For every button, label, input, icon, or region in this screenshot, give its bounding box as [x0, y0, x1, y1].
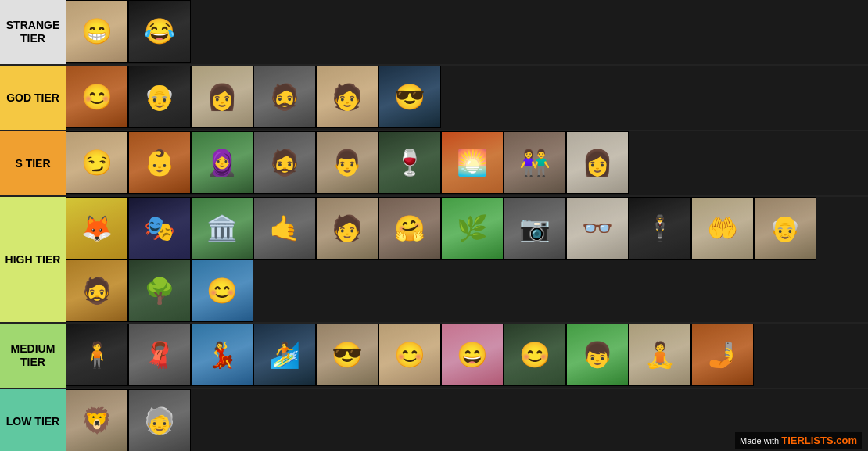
tier-image-st9[interactable]: 👩: [566, 131, 629, 194]
tier-row-god: GOD TIER😊👴👩🧔🧑😎: [0, 66, 868, 131]
tier-row-strange: STRANGE TIER😁😂: [0, 0, 868, 66]
tier-image-m11[interactable]: 🤳: [691, 324, 754, 386]
tier-image-h15[interactable]: 😊: [191, 260, 253, 322]
tier-image-g2[interactable]: 👴: [128, 66, 191, 128]
tier-image-l1[interactable]: 🦁: [66, 389, 128, 451]
tier-list-wrapper: STRANGE TIER😁😂GOD TIER😊👴👩🧔🧑😎S TIER😏👶🧕🧔👨🍷…: [0, 0, 868, 451]
tier-image-h2[interactable]: 🎭: [128, 197, 191, 260]
tier-image-h11[interactable]: 🤲: [691, 197, 754, 260]
tier-label-high: HIGH TIER: [0, 197, 66, 322]
tier-image-st8[interactable]: 👫: [504, 131, 566, 194]
tier-image-s2[interactable]: 😂: [128, 0, 191, 63]
tier-image-h10[interactable]: 🕴️: [629, 197, 691, 260]
tier-image-m2[interactable]: 🧣: [128, 324, 191, 386]
tier-image-h4[interactable]: 🤙: [253, 197, 316, 260]
tier-image-h12[interactable]: 👴: [754, 197, 816, 260]
tier-image-m10[interactable]: 🧘: [629, 324, 691, 386]
tier-image-g1[interactable]: 😊: [66, 66, 128, 128]
tier-image-m5[interactable]: 😎: [316, 324, 378, 386]
tier-image-h14[interactable]: 🌳: [128, 260, 191, 322]
tier-row-s: S TIER😏👶🧕🧔👨🍷🌅👫👩: [0, 131, 868, 197]
tier-images-medium: 🧍🧣💃🏄😎😊😄😊👦🧘🤳: [66, 324, 868, 388]
tier-image-m6[interactable]: 😊: [378, 324, 441, 386]
tier-image-m7[interactable]: 😄: [441, 324, 504, 386]
tier-image-h6[interactable]: 🤗: [378, 197, 441, 260]
tier-list: STRANGE TIER😁😂GOD TIER😊👴👩🧔🧑😎S TIER😏👶🧕🧔👨🍷…: [0, 0, 868, 451]
tier-image-h5[interactable]: 🧑: [316, 197, 378, 260]
tier-images-high: 🦊🎭🏛️🤙🧑🤗🌿📷👓🕴️🤲👴🧔🌳😊: [66, 197, 868, 322]
tier-image-st3[interactable]: 🧕: [191, 131, 253, 194]
tier-image-h3[interactable]: 🏛️: [191, 197, 253, 260]
tier-image-m3[interactable]: 💃: [191, 324, 253, 386]
tier-image-g4[interactable]: 🧔: [253, 66, 316, 128]
tier-image-st4[interactable]: 🧔: [253, 131, 316, 194]
tier-images-s: 😏👶🧕🧔👨🍷🌅👫👩: [66, 131, 868, 195]
tier-images-god: 😊👴👩🧔🧑😎: [66, 66, 868, 130]
tier-image-s1[interactable]: 😁: [66, 0, 128, 63]
watermark: Made with TIERLISTS.com: [735, 432, 862, 449]
tier-image-st7[interactable]: 🌅: [441, 131, 504, 194]
tier-image-h7[interactable]: 🌿: [441, 197, 504, 260]
tier-images-strange: 😁😂: [66, 0, 868, 64]
watermark-logo: TIERLISTS.com: [781, 435, 857, 446]
tier-image-h13[interactable]: 🧔: [66, 260, 128, 322]
tier-label-low: LOW TIER: [0, 389, 66, 451]
tier-image-m9[interactable]: 👦: [566, 324, 629, 386]
tier-image-g5[interactable]: 🧑: [316, 66, 378, 128]
tier-image-st2[interactable]: 👶: [128, 131, 191, 194]
tier-image-m8[interactable]: 😊: [504, 324, 566, 386]
watermark-text: Made with: [740, 436, 779, 446]
tier-image-l2[interactable]: 🧓: [128, 389, 191, 451]
tier-row-high: HIGH TIER🦊🎭🏛️🤙🧑🤗🌿📷👓🕴️🤲👴🧔🌳😊: [0, 197, 868, 324]
tier-label-strange: STRANGE TIER: [0, 0, 66, 64]
tier-image-g3[interactable]: 👩: [191, 66, 253, 128]
tier-image-m1[interactable]: 🧍: [66, 324, 128, 386]
tier-image-g6[interactable]: 😎: [378, 66, 441, 128]
tier-image-st1[interactable]: 😏: [66, 131, 128, 194]
tier-image-h8[interactable]: 📷: [504, 197, 566, 260]
tier-image-h1[interactable]: 🦊: [66, 197, 128, 260]
tier-label-god: GOD TIER: [0, 66, 66, 130]
tier-label-medium: MEDIUM TIER: [0, 324, 66, 388]
tier-row-medium: MEDIUM TIER🧍🧣💃🏄😎😊😄😊👦🧘🤳: [0, 324, 868, 389]
tier-image-m4[interactable]: 🏄: [253, 324, 316, 386]
tier-image-st5[interactable]: 👨: [316, 131, 378, 194]
tier-label-s: S TIER: [0, 131, 66, 195]
tier-image-h9[interactable]: 👓: [566, 197, 629, 260]
tier-image-st6[interactable]: 🍷: [378, 131, 441, 194]
